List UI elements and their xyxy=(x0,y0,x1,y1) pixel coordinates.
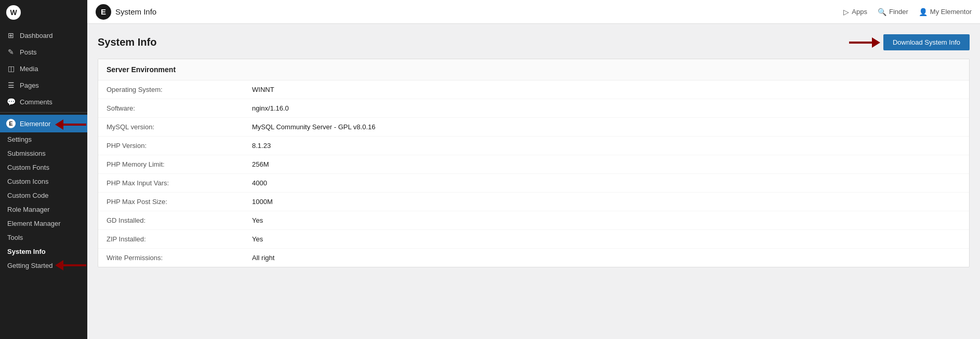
sidebar-submenu-element-manager[interactable]: Element Manager xyxy=(0,216,87,230)
sidebar-item-label: Elementor xyxy=(20,120,50,128)
download-system-info-button[interactable]: Download System Info xyxy=(883,34,970,50)
sidebar-submenu-custom-fonts[interactable]: Custom Fonts xyxy=(0,160,87,174)
info-label-php-version: PHP Version: xyxy=(107,142,252,150)
topbar-title: System Info xyxy=(115,7,156,16)
sidebar-item-pages[interactable]: ☰ Pages xyxy=(0,77,87,93)
topbar-apps-button[interactable]: ▷ Apps xyxy=(843,8,867,16)
info-value-mysql: MySQL Community Server - GPL v8.0.16 xyxy=(252,123,375,131)
topbar-finder-button[interactable]: 🔍 Finder xyxy=(878,8,908,16)
apps-icon: ▷ xyxy=(843,8,849,16)
topbar-apps-label: Apps xyxy=(852,8,867,16)
download-arrow-area: Download System Info xyxy=(849,34,970,50)
user-icon: 👤 xyxy=(919,8,928,16)
info-label-zip-installed: ZIP Installed: xyxy=(107,235,252,243)
topbar-elementor-icon: E xyxy=(96,4,111,20)
info-label-os: Operating System: xyxy=(107,86,252,93)
sidebar-item-posts[interactable]: ✎ Posts xyxy=(0,44,87,60)
topbar: E System Info ▷ Apps 🔍 Finder 👤 My Eleme… xyxy=(87,0,980,24)
page-header: System Info Download System Info xyxy=(98,34,970,50)
sidebar-item-comments[interactable]: 💬 Comments xyxy=(0,93,87,110)
info-label-mysql: MySQL version: xyxy=(107,123,252,131)
info-label-php-post-size: PHP Max Post Size: xyxy=(107,198,252,206)
sidebar-submenu-role-manager[interactable]: Role Manager xyxy=(0,202,87,216)
sidebar-main-nav: ⊞ Dashboard ✎ Posts ◫ Media ☰ Pages 💬 Co… xyxy=(0,25,87,275)
info-row-php-post-size: PHP Max Post Size: 1000M xyxy=(98,193,969,211)
info-label-gd-installed: GD Installed: xyxy=(107,216,252,224)
info-row-zip-installed: ZIP Installed: Yes xyxy=(98,230,969,249)
sidebar-submenu-getting-started[interactable]: Getting Started xyxy=(0,259,87,273)
info-row-software: Software: nginx/1.16.0 xyxy=(98,99,969,118)
info-label-php-memory: PHP Memory Limit: xyxy=(107,160,252,168)
server-environment-header: Server Environment xyxy=(98,59,969,80)
finder-icon: 🔍 xyxy=(878,8,886,16)
info-row-write-permissions: Write Permissions: All right xyxy=(98,249,969,267)
sidebar-submenu-custom-icons[interactable]: Custom Icons xyxy=(0,174,87,188)
info-row-os: Operating System: WINNT xyxy=(98,80,969,99)
info-value-php-memory: 256M xyxy=(252,160,269,168)
sidebar-item-label: Posts xyxy=(20,48,37,56)
sidebar-submenu-system-info[interactable]: System Info xyxy=(0,245,87,259)
sidebar-item-elementor[interactable]: E Elementor xyxy=(0,115,87,132)
media-icon: ◫ xyxy=(6,64,16,73)
info-label-php-max-input: PHP Max Input Vars: xyxy=(107,179,252,187)
info-row-php-memory: PHP Memory Limit: 256M xyxy=(98,155,969,174)
topbar-finder-label: Finder xyxy=(889,8,908,16)
system-info-card: Server Environment Operating System: WIN… xyxy=(98,59,970,267)
info-value-software: nginx/1.16.0 xyxy=(252,104,289,112)
main-content: System Info Download System Info Server … xyxy=(87,24,980,339)
page-title: System Info xyxy=(98,36,156,48)
sidebar-item-label: Dashboard xyxy=(20,32,53,39)
info-value-zip-installed: Yes xyxy=(252,235,263,243)
sidebar-item-media[interactable]: ◫ Media xyxy=(0,60,87,77)
elementor-icon: E xyxy=(6,119,16,128)
sidebar: W ⊞ Dashboard ✎ Posts ◫ Media ☰ Pages 💬 … xyxy=(0,0,87,339)
pages-icon: ☰ xyxy=(6,81,16,89)
info-value-os: WINNT xyxy=(252,86,274,93)
info-value-write-permissions: All right xyxy=(252,254,274,262)
sidebar-logo[interactable]: W xyxy=(0,0,87,25)
wp-logo-icon: W xyxy=(6,5,21,20)
sidebar-item-label: Comments xyxy=(20,98,52,106)
info-value-gd-installed: Yes xyxy=(252,216,263,224)
topbar-logo-area: E System Info xyxy=(96,4,843,20)
topbar-my-elementor-label: My Elementor xyxy=(930,8,972,16)
info-value-php-post-size: 1000M xyxy=(252,198,273,206)
comments-icon: 💬 xyxy=(6,98,16,106)
info-row-gd-installed: GD Installed: Yes xyxy=(98,211,969,230)
info-label-write-permissions: Write Permissions: xyxy=(107,254,252,262)
sidebar-item-dashboard[interactable]: ⊞ Dashboard xyxy=(0,27,87,44)
svg-marker-1 xyxy=(872,37,880,48)
info-value-php-version: 8.1.23 xyxy=(252,142,271,150)
info-row-mysql: MySQL version: MySQL Community Server - … xyxy=(98,118,969,137)
sidebar-submenu-custom-code[interactable]: Custom Code xyxy=(0,188,87,202)
sidebar-submenu-tools[interactable]: Tools xyxy=(0,230,87,245)
posts-icon: ✎ xyxy=(6,48,16,56)
topbar-nav: ▷ Apps 🔍 Finder 👤 My Elementor xyxy=(843,8,972,16)
topbar-my-elementor-button[interactable]: 👤 My Elementor xyxy=(919,8,972,16)
info-row-php-version: PHP Version: 8.1.23 xyxy=(98,137,969,155)
sidebar-divider xyxy=(0,112,87,113)
sidebar-submenu-submissions[interactable]: Submissions xyxy=(0,146,87,160)
sidebar-item-label: Media xyxy=(20,65,38,73)
dashboard-icon: ⊞ xyxy=(6,31,16,39)
info-row-php-max-input: PHP Max Input Vars: 4000 xyxy=(98,174,969,193)
arrow-annotation-icon xyxy=(849,35,880,50)
sidebar-item-label: Pages xyxy=(20,82,39,89)
info-value-php-max-input: 4000 xyxy=(252,179,267,187)
info-label-software: Software: xyxy=(107,104,252,112)
sidebar-submenu-settings[interactable]: Settings xyxy=(0,132,87,146)
